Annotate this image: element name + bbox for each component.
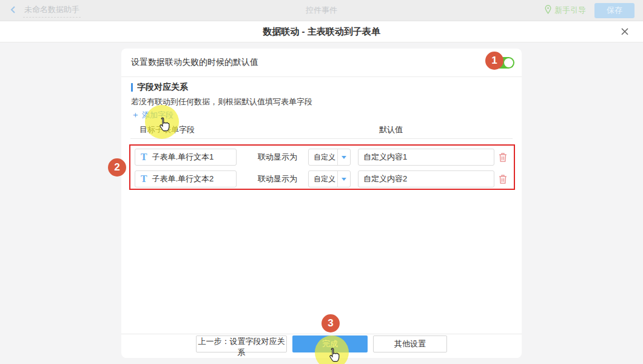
- settings-panel: 设置数据联动失败的时候的默认值 开 字段对应关系 若没有联动到任何数据，则根据默…: [121, 49, 522, 358]
- chevron-left-icon: [8, 5, 18, 16]
- target-field-picker[interactable]: T 子表单.单行文本2: [135, 170, 237, 187]
- close-icon: [620, 29, 630, 38]
- text-field-icon: T: [141, 152, 147, 162]
- target-field-picker[interactable]: T 子表单.单行文本1: [135, 149, 237, 166]
- field-mapping-section-title: 字段对应关系: [131, 82, 188, 93]
- default-value-toggle-label: 设置数据联动失败的时候的默认值: [131, 57, 258, 68]
- back-button[interactable]: [8, 5, 18, 16]
- footer-divider: [121, 334, 522, 334]
- chevron-down-icon: [342, 156, 346, 159]
- chevron-down-icon: [342, 178, 346, 181]
- dropdown-caret-zone[interactable]: [337, 171, 350, 187]
- mode-dropdown[interactable]: 自定义: [308, 170, 351, 187]
- trash-icon: [498, 155, 508, 164]
- other-settings-button[interactable]: 其他设置: [373, 335, 447, 352]
- column-header-default-value: 默认值: [379, 124, 403, 135]
- field-mapping-description: 若没有联动到任何数据，则根据默认值填写表单字段: [131, 96, 312, 107]
- annotation-red-box: T 子表单.单行文本1 联动显示为 自定义 自定义内容1 T: [129, 144, 515, 190]
- assistant-name-field[interactable]: 未命名数据助手: [23, 3, 81, 18]
- relation-label: 联动显示为: [258, 149, 297, 166]
- toggle-knob: [504, 58, 513, 67]
- column-header-target-field: 目标子表单字段: [140, 124, 195, 135]
- add-field-link[interactable]: ＋ 添加字段: [131, 110, 173, 121]
- beginner-guide-label: 新手引导: [554, 5, 586, 16]
- save-button[interactable]: 保存: [594, 3, 635, 18]
- previous-step-button[interactable]: 上一步：设置字段对应关系: [196, 335, 287, 352]
- default-value-input[interactable]: 自定义内容2: [358, 170, 494, 187]
- add-field-label: 添加字段: [142, 110, 173, 121]
- mapping-row: T 子表单.单行文本1 联动显示为 自定义 自定义内容1: [130, 149, 514, 166]
- step-badge-2: 2: [108, 158, 126, 177]
- mode-dropdown[interactable]: 自定义: [308, 149, 351, 166]
- trash-icon: [498, 177, 508, 186]
- mapping-table-header: 目标子表单字段 默认值: [121, 124, 522, 136]
- default-value-toggle-row: 设置数据联动失败的时候的默认值 开: [121, 49, 522, 77]
- delete-row-button[interactable]: [498, 152, 508, 163]
- footer-buttons: 上一步：设置字段对应关系 完成 其他设置: [121, 335, 522, 352]
- relation-label: 联动显示为: [258, 170, 297, 187]
- delete-row-button[interactable]: [498, 174, 508, 184]
- modal-title: 数据联动 - 主表联动到子表单: [0, 26, 643, 38]
- plus-icon: ＋: [131, 110, 140, 121]
- pin-icon: [544, 5, 552, 16]
- section-accent-bar: [131, 83, 133, 92]
- dropdown-caret-zone[interactable]: [337, 149, 350, 165]
- beginner-guide-link[interactable]: 新手引导: [544, 5, 586, 16]
- finish-button[interactable]: 完成: [292, 335, 368, 352]
- target-field-name: 子表单.单行文本2: [152, 174, 214, 184]
- step-badge-1: 1: [485, 52, 503, 70]
- mapping-row: T 子表单.单行文本2 联动显示为 自定义 自定义内容2: [130, 170, 514, 187]
- modal-body: 设置数据联动失败的时候的默认值 开 字段对应关系 若没有联动到任何数据，则根据默…: [0, 43, 643, 364]
- close-button[interactable]: [620, 27, 630, 38]
- target-field-name: 子表单.单行文本1: [152, 152, 214, 163]
- modal-header: 数据联动 - 主表联动到子表单: [0, 21, 643, 42]
- text-field-icon: T: [141, 174, 147, 184]
- step-badge-3: 3: [322, 314, 340, 332]
- default-value-input[interactable]: 自定义内容1: [358, 149, 494, 166]
- mode-selected-value: 自定义: [309, 152, 337, 163]
- table-header-divider: [130, 138, 513, 139]
- mode-selected-value: 自定义: [309, 174, 337, 184]
- topbar: 未命名数据助手 控件事件 新手引导 保存: [0, 0, 643, 21]
